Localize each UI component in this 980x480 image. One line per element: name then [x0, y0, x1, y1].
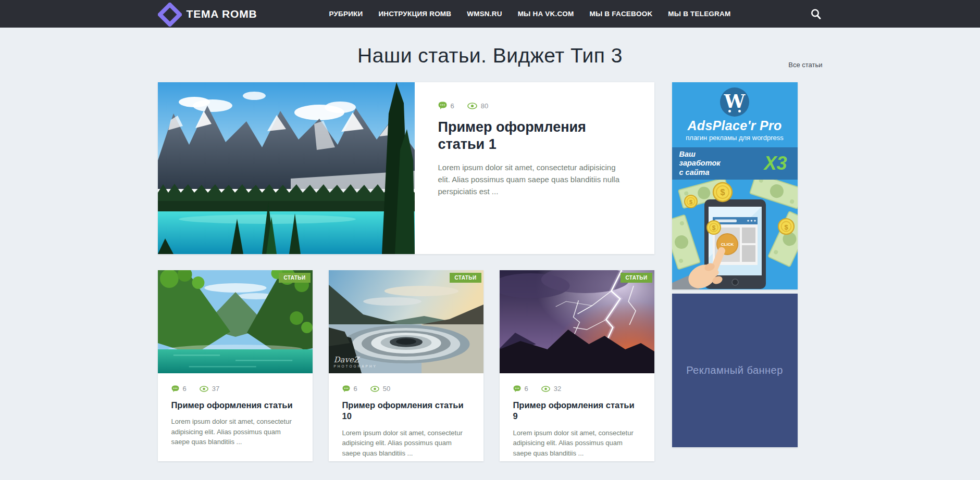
views-icon — [200, 386, 208, 392]
featured-article-card: 6 80 Пример оформления статьи 1 Lorem ip… — [158, 82, 654, 254]
article-excerpt: Lorem ipsum dolor sit amet, consectetur … — [513, 428, 641, 459]
main-nav: РУБРИКИ ИНСТРУКЦИЯ ROMB WMSN.RU МЫ НА VK… — [329, 10, 730, 18]
wordpress-cart-logo: W — [720, 87, 749, 117]
section-header: Наши статьи. Виджет Тип 3 Все статьи — [158, 28, 823, 81]
ad-subtitle: плагин рекламы для wordpress — [672, 134, 798, 142]
article-image[interactable]: СТАТЬИ — [158, 270, 313, 373]
adsplacer-ad-banner[interactable]: W AdsPlace'r Pro плагин рекламы для word… — [672, 82, 798, 289]
logo-wheel — [728, 110, 731, 112]
top-navbar: TEMA ROMB РУБРИКИ ИНСТРУКЦИЯ ROMB WMSN.R… — [0, 0, 980, 28]
article-card: СТАТЬИ 6 32 — [500, 270, 654, 461]
views-count: 37 — [212, 385, 219, 393]
photo-watermark: DaveZ PHOTOGRAPHY — [334, 356, 377, 369]
featured-article-image[interactable] — [158, 82, 415, 254]
category-badge[interactable]: СТАТЬИ — [450, 273, 481, 283]
click-button-label: CLICK — [721, 242, 734, 247]
nav-item-telegram[interactable]: МЫ В TELEGRAM — [668, 10, 730, 18]
sidebar: W AdsPlace'r Pro плагин рекламы для word… — [672, 82, 798, 461]
comments-icon — [438, 102, 447, 110]
dollar-coin: $ — [713, 183, 732, 201]
ad-slogan: Ваш заработок с сайта — [679, 150, 721, 176]
ad-illustration: CLICK $ $ $ — [672, 180, 798, 289]
all-articles-link[interactable]: Все статьи — [788, 61, 822, 69]
comments-count: 6 — [451, 102, 454, 110]
romb-diamond-icon — [158, 3, 182, 27]
articles-column: 6 80 Пример оформления статьи 1 Lorem ip… — [158, 82, 654, 461]
ad-multiplier: X3 — [764, 153, 790, 174]
nav-item-instrukciya[interactable]: ИНСТРУКЦИЯ ROMB — [378, 10, 451, 18]
views-count: 80 — [481, 102, 488, 110]
ad-banner-label: Рекламный баннер — [686, 364, 783, 376]
nav-item-rubriki[interactable]: РУБРИКИ — [329, 10, 363, 18]
article-meta: 6 32 — [513, 385, 641, 393]
nav-item-vk[interactable]: МЫ НА VK.COM — [518, 10, 574, 18]
comments-count: 6 — [354, 385, 357, 393]
featured-article-excerpt: Lorem ipsum dolor sit amet, consectetur … — [438, 161, 628, 198]
comments-icon — [513, 385, 521, 393]
featured-article-title[interactable]: Пример оформления статьи 1 — [438, 119, 594, 153]
article-meta: 6 37 — [171, 385, 299, 393]
logo-wheel — [738, 110, 741, 112]
comments-count: 6 — [525, 385, 528, 393]
article-meta: 6 50 — [342, 385, 470, 393]
site-logo[interactable]: TEMA ROMB — [158, 2, 257, 27]
nav-item-wmsn[interactable]: WMSN.RU — [467, 10, 502, 18]
article-card: СТАТЬИ DaveZ PHOTOGRAPHY 6 — [329, 270, 483, 461]
nav-item-facebook[interactable]: МЫ В FACEBOOK — [590, 10, 653, 18]
views-count: 32 — [554, 385, 561, 393]
article-title[interactable]: Пример оформления статьи 9 — [513, 400, 641, 422]
comments-icon — [171, 385, 179, 393]
featured-meta: 6 80 — [438, 102, 654, 110]
category-badge[interactable]: СТАТЬИ — [621, 273, 652, 283]
comments-count: 6 — [183, 385, 187, 393]
views-icon — [370, 386, 379, 392]
article-title[interactable]: Пример оформления статьи 10 — [342, 400, 470, 422]
views-icon — [541, 386, 550, 392]
article-excerpt: Lorem ipsum dolor sit amet, consectetur … — [342, 428, 470, 459]
views-icon — [467, 103, 477, 109]
ad-title: AdsPlace'r Pro — [672, 118, 798, 133]
article-card: СТАТЬИ 6 37 — [158, 270, 313, 461]
article-title[interactable]: Пример оформления статьи — [171, 400, 299, 411]
brand-name[interactable]: TEMA ROMB — [187, 8, 257, 20]
search-icon[interactable] — [809, 7, 823, 21]
ad-banner-placeholder[interactable]: Рекламный баннер — [672, 294, 798, 447]
page-title: Наши статьи. Виджет Тип 3 — [158, 44, 823, 67]
svg-text:$: $ — [712, 224, 715, 232]
category-badge[interactable]: СТАТЬИ — [279, 273, 310, 283]
article-excerpt: Lorem ipsum dolor sit amet, consectetur … — [171, 416, 299, 447]
comments-icon — [342, 385, 350, 393]
svg-text:$: $ — [689, 199, 692, 205]
svg-text:$: $ — [784, 223, 788, 231]
svg-text:$: $ — [720, 188, 725, 197]
views-count: 50 — [383, 385, 390, 393]
article-image[interactable]: СТАТЬИ DaveZ PHOTOGRAPHY — [329, 270, 483, 373]
article-image[interactable]: СТАТЬИ — [500, 270, 654, 373]
